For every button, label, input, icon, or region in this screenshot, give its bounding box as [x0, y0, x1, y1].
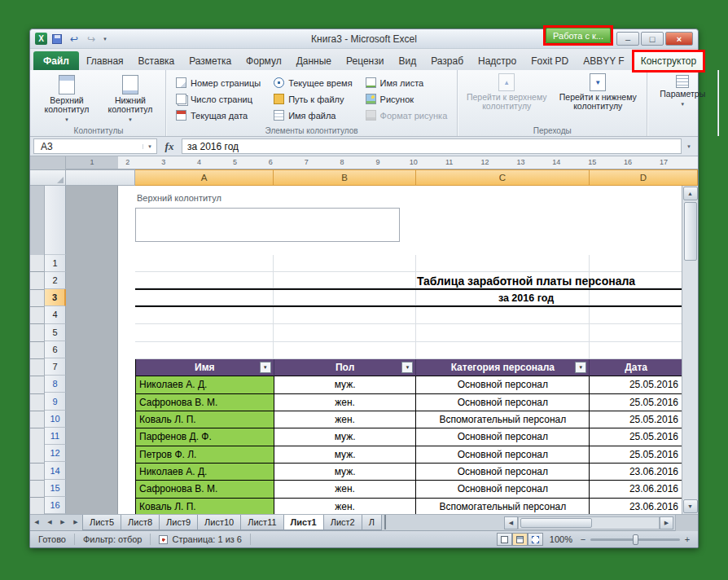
cell-sex[interactable]: жен.	[274, 499, 417, 514]
scroll-left-icon[interactable]: ◀	[504, 516, 518, 529]
ribbon-tab[interactable]: Главная	[79, 51, 131, 70]
empty-cell[interactable]	[135, 255, 274, 272]
column-header-d[interactable]: D	[590, 169, 698, 186]
filter-dropdown-icon[interactable]: ▼	[401, 362, 413, 373]
zoom-level[interactable]: 100%	[550, 534, 572, 544]
column-header-a[interactable]: A	[135, 169, 274, 186]
row-header[interactable]: 5	[45, 324, 66, 341]
file-name-button[interactable]: Имя файла	[270, 108, 355, 123]
row-header[interactable]: 16	[45, 497, 66, 514]
undo-button[interactable]: ↩	[67, 32, 81, 46]
cell-category[interactable]: Вспомогательный персонал	[416, 499, 590, 514]
table-header-sex[interactable]: Пол▼	[274, 359, 417, 376]
current-time-button[interactable]: Текущее время	[270, 75, 355, 90]
tab-split-handle[interactable]	[384, 515, 388, 529]
empty-cell[interactable]	[590, 255, 682, 272]
cell-name[interactable]: Парфенов Д. Ф.	[136, 428, 274, 446]
zoom-out-icon[interactable]: −	[579, 534, 587, 544]
ribbon-tab[interactable]: Вид	[391, 51, 423, 70]
first-sheet-button[interactable]: ◀	[30, 515, 43, 529]
empty-cell[interactable]	[274, 342, 416, 359]
zoom-in-icon[interactable]: +	[683, 534, 691, 544]
empty-cell[interactable]	[590, 342, 682, 359]
row-header[interactable]: 11	[45, 428, 66, 445]
file-path-button[interactable]: Путь к файлу	[270, 91, 355, 107]
ribbon-tab[interactable]: Разраб	[423, 51, 471, 70]
cell-name[interactable]: Сафронова В. М.	[136, 481, 274, 498]
row-header[interactable]: 8	[45, 376, 66, 393]
empty-cell[interactable]	[274, 307, 416, 324]
cell-name[interactable]: Николаев А. Д.	[136, 464, 274, 481]
sheet-tab[interactable]: Лист10	[197, 515, 241, 530]
name-box[interactable]: A3 ▼	[33, 138, 157, 154]
cell-sex[interactable]: жен.	[274, 481, 417, 498]
empty-cell[interactable]	[590, 324, 682, 341]
cell-sex[interactable]: муж.	[274, 376, 417, 393]
column-header-c[interactable]: C	[416, 169, 590, 186]
cell-sex[interactable]: муж.	[274, 464, 417, 481]
formula-bar-expand-icon[interactable]: ▼	[683, 144, 695, 149]
page-break-view-button[interactable]	[528, 533, 543, 546]
picture-button[interactable]: Рисунок	[362, 91, 451, 107]
row-header[interactable]: 9	[45, 393, 66, 410]
empty-cell[interactable]	[135, 307, 274, 324]
cell-date[interactable]: 25.05.2016	[590, 446, 682, 464]
cell-name[interactable]: Коваль Л. П.	[136, 411, 274, 428]
context-tab-group-label[interactable]: Работа с к...	[546, 28, 611, 43]
next-sheet-button[interactable]: ▶	[56, 515, 69, 529]
select-all-corner[interactable]	[30, 169, 66, 186]
empty-cell[interactable]	[135, 324, 274, 341]
horizontal-scroll-track[interactable]	[518, 516, 660, 529]
sheet-tab[interactable]: Лист9	[159, 515, 198, 530]
sheet-tab[interactable]: Лист8	[121, 515, 160, 530]
scroll-right-icon[interactable]: ▶	[660, 516, 673, 529]
macro-record-icon[interactable]	[159, 535, 168, 544]
formula-input[interactable]: за 2016 год	[182, 138, 682, 154]
ribbon-tab[interactable]: Надстро	[471, 51, 524, 70]
cell-sex[interactable]: жен.	[274, 411, 417, 428]
cell-sex[interactable]: жен.	[274, 394, 417, 411]
cell-name[interactable]: Коваль Л. П.	[136, 499, 274, 514]
row-header[interactable]: 15	[45, 480, 66, 497]
qat-dropdown-button[interactable]: ▼	[101, 32, 109, 46]
empty-cell[interactable]	[274, 324, 416, 341]
vertical-scrollbar[interactable]: ▲ ▼	[682, 186, 698, 514]
row-header[interactable]: 10	[45, 411, 66, 428]
cell-category[interactable]: Основной персонал	[416, 446, 590, 464]
cell-date[interactable]: 25.05.2016	[590, 428, 682, 446]
empty-cell[interactable]	[274, 255, 416, 272]
empty-cell[interactable]	[416, 324, 590, 341]
tab-file[interactable]: Файл	[33, 51, 79, 70]
cell-date[interactable]: 25.05.2016	[590, 394, 682, 411]
previous-sheet-button[interactable]: ◀	[43, 515, 56, 529]
number-of-pages-button[interactable]: Число страниц	[173, 91, 264, 107]
horizontal-scroll-thumb[interactable]	[520, 518, 592, 528]
sheet-tab[interactable]: Лист2	[323, 515, 362, 530]
empty-cell[interactable]	[416, 307, 590, 324]
zoom-thumb[interactable]	[633, 534, 638, 545]
table-header-name[interactable]: Имя▼	[136, 359, 274, 376]
normal-view-button[interactable]	[497, 533, 512, 546]
empty-cell[interactable]	[135, 290, 274, 305]
row-header[interactable]: 6	[45, 341, 66, 358]
options-button[interactable]: Параметры ▼	[651, 72, 714, 125]
redo-button[interactable]: ↪	[84, 32, 99, 46]
page-layout-view-button[interactable]	[512, 533, 528, 546]
vertical-scroll-thumb[interactable]	[684, 202, 697, 261]
empty-cell[interactable]	[135, 342, 274, 359]
cell-category[interactable]: Основной персонал	[416, 481, 590, 498]
cell-sex[interactable]: муж.	[274, 446, 417, 464]
restore-button[interactable]: □	[641, 32, 664, 46]
table-header-category[interactable]: Категория персонала▼	[416, 359, 590, 376]
row-header[interactable]: 12	[45, 445, 66, 462]
scroll-up-icon[interactable]: ▲	[683, 187, 698, 200]
row-header[interactable]: 14	[45, 462, 66, 479]
empty-cell[interactable]	[416, 342, 590, 359]
row-header[interactable]: 1	[45, 255, 66, 272]
footer-button[interactable]: Нижний колонтитул ▼	[99, 72, 162, 125]
horizontal-scrollbar[interactable]: ◀ ▶	[504, 516, 673, 529]
scroll-down-icon[interactable]: ▼	[683, 499, 698, 513]
minimize-button[interactable]: –	[616, 32, 639, 46]
close-button[interactable]: ×	[665, 32, 693, 46]
sheet-tab[interactable]: Лист11	[240, 515, 283, 530]
